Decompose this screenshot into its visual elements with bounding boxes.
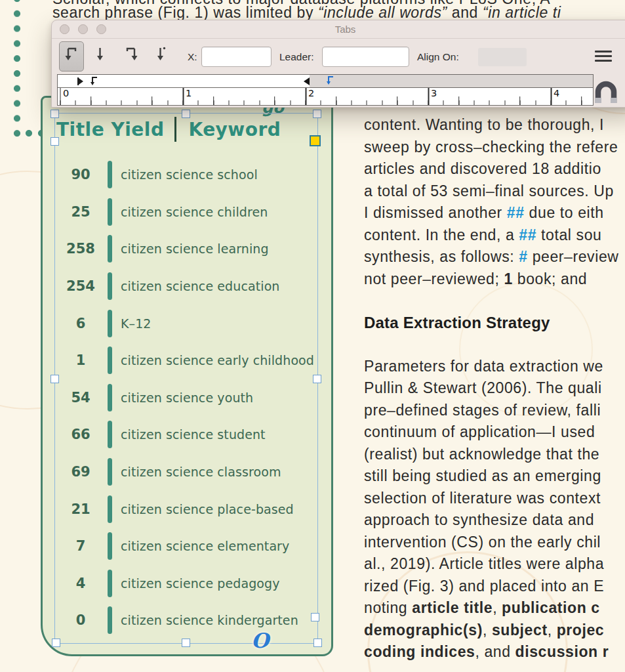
- article-line: Parameters for data extraction we: [364, 356, 625, 378]
- decimal-tab-icon[interactable]: [153, 45, 169, 64]
- overset-indicator[interactable]: O: [251, 629, 269, 652]
- resize-handle-right-lower[interactable]: [311, 613, 319, 621]
- resize-handle-left-middle[interactable]: [50, 375, 59, 383]
- magnet-icon[interactable]: [594, 75, 618, 106]
- resize-handle-bottom-left[interactable]: [52, 639, 60, 647]
- article-line: I dismissed another ## due to eith: [364, 202, 625, 224]
- resize-handle-top-left[interactable]: [50, 110, 59, 118]
- ruler-mark: 1: [186, 88, 192, 98]
- ruler-mark: 4: [554, 88, 559, 98]
- paragraph-gap: [364, 334, 625, 356]
- tabs-ruler[interactable]: 0 1 2 3 4: [57, 74, 594, 106]
- article-line: al., 2019). Article titles were alpha: [364, 553, 625, 576]
- article-line: sweep by cross–checking the refere: [364, 136, 625, 159]
- article-line: selection of literature was context: [364, 488, 625, 510]
- resize-handle-right-middle[interactable]: [313, 375, 321, 383]
- close-button[interactable]: [60, 24, 70, 34]
- article-line: continuum of application—I used: [364, 421, 625, 444]
- right-indent-marker[interactable]: [304, 77, 310, 85]
- adjust-handle-yellow[interactable]: [310, 135, 321, 146]
- article-line: coding indices, and discussion r: [364, 641, 625, 663]
- ruler-out-of-frame-region: [310, 75, 593, 87]
- minimize-button[interactable]: [78, 24, 88, 34]
- leader-field-label: Leader:: [279, 51, 314, 63]
- article-line: still being studied as an emerging: [364, 465, 625, 488]
- article-line: a total of 53 semi–final sources. Up: [364, 180, 625, 203]
- zoom-button[interactable]: [96, 24, 106, 34]
- article-line: Pullin & Stewart (2006). The quali: [364, 377, 625, 400]
- indent-marker[interactable]: [77, 77, 84, 85]
- article-line: intervention (CS) on the early chil: [364, 532, 625, 554]
- ruler-minor-ticks: [58, 100, 593, 105]
- selected-tab-stop-marker[interactable]: [328, 76, 334, 85]
- resize-handle-bottom-right[interactable]: [313, 639, 322, 647]
- resize-handle-left-upper[interactable]: [50, 137, 59, 146]
- tab-stop-strip[interactable]: [58, 75, 593, 88]
- article-line: articles and discovered 18 additio: [364, 158, 625, 180]
- article-column: content. Wanting to be thorough, I sweep…: [364, 114, 625, 663]
- resize-handle-top-right[interactable]: [313, 110, 321, 118]
- align-on-input-disabled: [478, 48, 527, 66]
- ruler-mark: 2: [308, 88, 314, 98]
- article-line: demographic(s), subject, projec: [364, 620, 625, 642]
- ruler-mark: 3: [431, 88, 437, 98]
- resize-handle-bottom-middle[interactable]: [182, 639, 190, 647]
- document-text-line: search phrase (Fig. 1) was limited by “i…: [52, 4, 561, 22]
- x-field-label: X:: [188, 51, 197, 63]
- center-tab-icon[interactable]: [92, 45, 108, 64]
- article-line: approach to synthesize data and: [364, 509, 625, 532]
- tab-stop-marker[interactable]: [92, 77, 98, 86]
- ruler-scale[interactable]: 0 1 2 3 4: [58, 88, 593, 105]
- placeholder-token: ##: [507, 204, 525, 221]
- article-line: content. Wanting to be thorough, I: [364, 114, 625, 136]
- article-line: noting article title, publication c: [364, 597, 625, 620]
- x-position-input[interactable]: [201, 47, 272, 67]
- resize-handle-top-middle[interactable]: [182, 110, 190, 118]
- page: { "top": { "l1": "Scholar, which connect…: [0, 0, 625, 672]
- article-line: content. In the end, a ## total sou: [364, 224, 625, 247]
- ruler-mark: 0: [63, 88, 69, 98]
- article-line: pre–defined stages of review, falli: [364, 400, 625, 422]
- article-line: not peer–reviewed; 1 book; and: [364, 268, 625, 291]
- article-line: (realist) but acknowledge that the: [364, 444, 625, 466]
- selection-frame: [54, 113, 318, 644]
- tabs-panel: Tabs X: Leader: Align On:: [51, 20, 625, 108]
- panel-title: Tabs: [52, 20, 625, 38]
- align-on-field-label: Align On:: [417, 51, 459, 63]
- panel-menu-icon[interactable]: [595, 51, 612, 65]
- dotted-line-vertical: [13, 0, 21, 140]
- placeholder-token: ##: [519, 226, 536, 243]
- section-heading: Data Extraction Strategy: [364, 312, 625, 334]
- right-tab-icon[interactable]: [124, 45, 140, 64]
- left-tab-icon[interactable]: [63, 45, 79, 64]
- tabs-panel-titlebar[interactable]: Tabs: [52, 20, 625, 39]
- article-line: synthesis, as follows: # peer–review: [364, 246, 625, 268]
- article-line: rized (Fig. 3) and placed into an E: [364, 576, 625, 598]
- leader-input[interactable]: [322, 47, 409, 67]
- placeholder-token: #: [519, 248, 527, 265]
